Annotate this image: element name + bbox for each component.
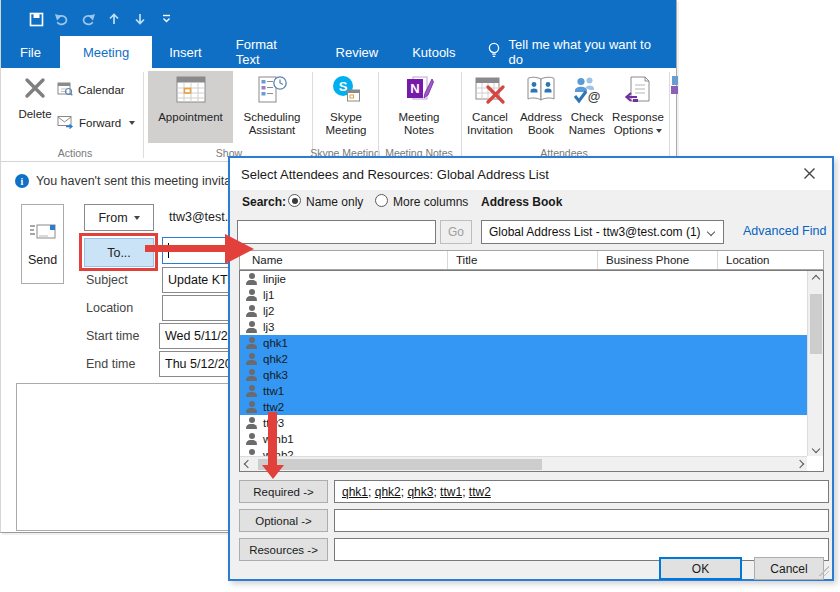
- attendee-row[interactable]: lj1: [240, 287, 807, 303]
- attendee-name: qhk1: [263, 337, 288, 349]
- required-attendee[interactable]: qhk3: [407, 485, 433, 499]
- column-header-name[interactable]: Name: [240, 251, 448, 269]
- group-separator: [312, 72, 313, 158]
- delete-icon: [22, 75, 48, 105]
- attendee-row[interactable]: ttw2: [240, 399, 807, 415]
- response-options-dropdown-icon[interactable]: [656, 129, 662, 133]
- response-options-button[interactable]: Response Options: [609, 71, 667, 143]
- scroll-up-icon[interactable]: [808, 271, 823, 286]
- attendee-row[interactable]: qhk1: [240, 335, 807, 351]
- address-book-dropdown[interactable]: Global Address List - ttw3@test.com (1): [481, 220, 724, 244]
- vertical-scrollbar[interactable]: [807, 271, 823, 456]
- required-attendee[interactable]: ttw2: [469, 485, 491, 499]
- attendee-row[interactable]: lj2: [240, 303, 807, 319]
- required-field[interactable]: qhk1; qhk2; qhk3; ttw1; ttw2: [334, 480, 829, 503]
- check-names-icon: @: [571, 75, 603, 108]
- optional-button[interactable]: Optional ->: [239, 509, 328, 532]
- tab-review[interactable]: Review: [319, 36, 396, 68]
- skype-meeting-button[interactable]: S Skype Meeting: [315, 71, 377, 143]
- advanced-find-link[interactable]: Advanced Find: [743, 224, 826, 238]
- cancel-invitation-icon: [474, 75, 506, 108]
- appointment-label: Appointment: [158, 111, 223, 124]
- attendee-row[interactable]: ttw1: [240, 383, 807, 399]
- required-attendee[interactable]: ttw1: [440, 485, 462, 499]
- message-body-field[interactable]: [16, 383, 230, 531]
- attendee-row[interactable]: wmb1: [240, 431, 807, 447]
- tab-insert[interactable]: Insert: [152, 36, 219, 68]
- scroll-down-icon[interactable]: [808, 441, 823, 456]
- save-icon[interactable]: [23, 9, 49, 29]
- resize-grip[interactable]: [819, 566, 829, 576]
- attendee-row[interactable]: qhk2: [240, 351, 807, 367]
- calendar-button[interactable]: Calendar: [57, 81, 125, 98]
- start-time-field[interactable]: Wed 5/11/2016: [159, 323, 230, 349]
- delete-button[interactable]: Delete: [13, 71, 57, 143]
- required-attendee[interactable]: qhk1: [342, 485, 368, 499]
- search-input[interactable]: [237, 220, 436, 244]
- check-names-button[interactable]: @ Check Names: [565, 71, 609, 143]
- radio-name-only[interactable]: [288, 194, 301, 207]
- forward-button[interactable]: Forward: [57, 115, 135, 131]
- person-icon: [246, 273, 257, 285]
- attendee-row[interactable]: linjie: [240, 271, 807, 287]
- tab-format-text[interactable]: Format Text: [219, 36, 319, 68]
- subject-field[interactable]: Update KTE arti: [162, 267, 230, 293]
- attendee-row[interactable]: lj3: [240, 319, 807, 335]
- tab-kutools[interactable]: Kutools: [395, 36, 472, 68]
- attendee-name: linjie: [263, 273, 286, 285]
- scheduling-assistant-icon: [256, 75, 288, 108]
- group-label-actions: Actions: [58, 147, 92, 159]
- screenshot-canvas: File Meeting Insert Format Text Review K…: [0, 0, 840, 592]
- send-label: Send: [28, 253, 57, 267]
- radio-more-columns-label[interactable]: More columns: [393, 195, 468, 209]
- radio-name-only-label[interactable]: Name only: [306, 195, 363, 209]
- close-icon[interactable]: [790, 158, 828, 188]
- onenote-icon: N: [404, 75, 434, 108]
- from-button[interactable]: From: [84, 204, 154, 231]
- required-attendee[interactable]: qhk2: [375, 485, 401, 499]
- cancel-invitation-button[interactable]: Cancel Invitation: [464, 71, 516, 143]
- appointment-button[interactable]: Appointment: [148, 71, 233, 143]
- redo-icon[interactable]: [75, 9, 101, 29]
- delete-label: Delete: [18, 108, 51, 121]
- send-button[interactable]: Send: [21, 204, 64, 284]
- attendee-row[interactable]: qhk3: [240, 367, 807, 383]
- calendar-label: Calendar: [78, 84, 125, 96]
- scroll-left-icon[interactable]: [240, 457, 255, 472]
- move-down-icon[interactable]: [127, 9, 153, 29]
- scroll-right-icon[interactable]: [792, 457, 807, 472]
- column-header-location[interactable]: Location: [718, 251, 823, 269]
- person-icon: [246, 305, 257, 317]
- resources-button[interactable]: Resources ->: [239, 538, 328, 561]
- column-header-business-phone[interactable]: Business Phone: [598, 251, 718, 269]
- forward-dropdown-icon[interactable]: [129, 121, 135, 125]
- optional-field[interactable]: [334, 509, 829, 532]
- undo-icon[interactable]: [49, 9, 75, 29]
- person-icon: [246, 353, 257, 365]
- customize-quick-access-icon[interactable]: [153, 9, 179, 29]
- horizontal-scrollbar-thumb[interactable]: [258, 459, 542, 470]
- response-options-label: Response Options: [609, 111, 667, 137]
- attendee-name: lj1: [263, 289, 275, 301]
- tab-meeting[interactable]: Meeting: [60, 36, 152, 68]
- tab-file[interactable]: File: [1, 36, 60, 68]
- meeting-notes-button[interactable]: N Meeting Notes: [386, 71, 452, 143]
- address-book-label: Address Book: [517, 111, 565, 137]
- column-header-title[interactable]: Title: [448, 251, 598, 269]
- scheduling-assistant-button[interactable]: Scheduling Assistant: [234, 71, 310, 143]
- vertical-scrollbar-thumb[interactable]: [810, 294, 822, 354]
- move-up-icon[interactable]: [101, 9, 127, 29]
- attendee-row[interactable]: wmb2: [240, 447, 807, 456]
- radio-more-columns[interactable]: [375, 194, 388, 207]
- cancel-button[interactable]: Cancel: [754, 557, 824, 580]
- send-icon: [29, 222, 57, 245]
- tell-me-box[interactable]: Tell me what you want to do: [473, 36, 676, 68]
- required-button[interactable]: Required ->: [239, 480, 328, 503]
- attendee-row[interactable]: ttw3: [240, 415, 807, 431]
- location-field[interactable]: [162, 295, 230, 321]
- end-time-field[interactable]: Thu 5/12/2016: [159, 351, 230, 377]
- address-book-button[interactable]: Address Book: [517, 71, 565, 143]
- go-button[interactable]: Go: [440, 220, 472, 244]
- ok-button[interactable]: OK: [659, 557, 742, 580]
- horizontal-scrollbar[interactable]: [240, 456, 807, 471]
